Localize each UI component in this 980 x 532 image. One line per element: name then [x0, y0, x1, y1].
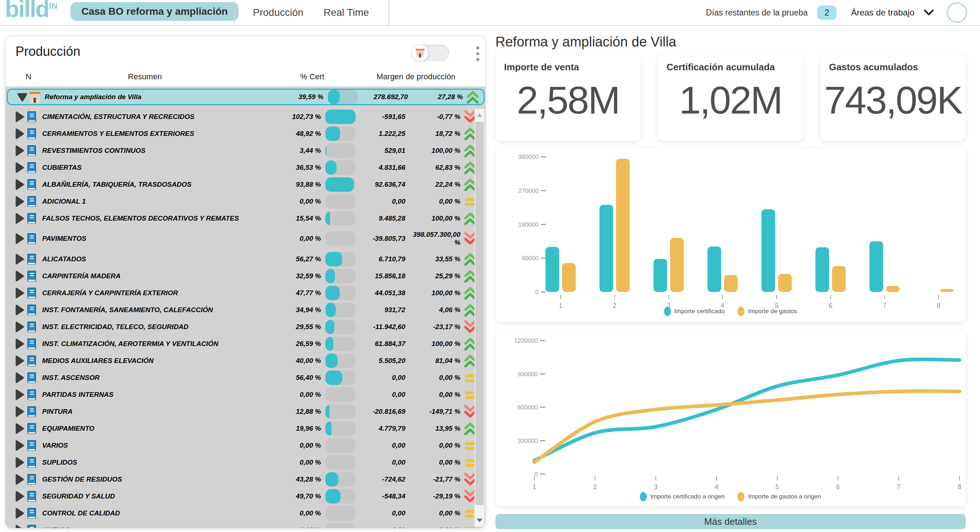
table-row[interactable]: PAVIMENTOS0,00 %-39.805,73398.057.300,00… — [5, 227, 486, 250]
table-scrollbar[interactable] — [474, 109, 485, 527]
tab-real-time[interactable]: Real Time — [323, 0, 369, 25]
table-row[interactable]: MEDIOS AUXILIARES ELEVACIÓN40,00 %5.505,… — [5, 352, 486, 369]
row-margin-percent: 0,00 % — [409, 374, 460, 382]
scroll-up-icon[interactable] — [474, 109, 485, 121]
table-row[interactable]: FALSOS TECHOS, ELEMENTOS DECORATIVOS Y R… — [5, 210, 486, 227]
book-icon — [26, 287, 38, 299]
row-expander[interactable] — [14, 406, 25, 417]
table-row[interactable]: ALICATADOS56,27 %6.710,7933,55 % — [5, 250, 486, 268]
book-icon — [26, 287, 37, 299]
row-expander[interactable] — [14, 304, 25, 316]
svg-text:1: 1 — [533, 483, 536, 491]
tab-produccion[interactable]: Producción — [253, 0, 303, 25]
svg-text:90000: 90000 — [522, 255, 539, 262]
project-title: Reforma y ampliación de Villa — [495, 34, 676, 50]
row-margin-percent: 0,00 % — [409, 509, 460, 517]
row-expander[interactable] — [14, 253, 25, 265]
monthly-bar-chart: 09000018000027000036000012345678 — [495, 148, 966, 322]
row-expander[interactable] — [17, 91, 27, 103]
table-row[interactable]: INST. ASCENSOR56,40 %0,000,00 % — [5, 369, 486, 386]
row-cert-percent: 0,00 % — [258, 235, 321, 242]
row-expander[interactable] — [14, 145, 25, 156]
table-row[interactable]: CIMENTACIÓN, ESTRUCTURA Y RECRECIDOS102,… — [5, 108, 486, 125]
row-margin-value: 0,00 — [344, 198, 405, 205]
row-expander[interactable] — [14, 524, 25, 529]
row-expander[interactable] — [14, 128, 25, 140]
row-margin-percent: -23,17 % — [409, 323, 460, 331]
table-row[interactable]: CONTROL DE CALIDAD0,00 %0,000,00 % — [5, 505, 486, 522]
row-expander[interactable] — [14, 233, 25, 244]
row-expander[interactable] — [14, 196, 25, 207]
table-row[interactable]: PARTIDAS INTERNAS0,00 %0,000,00 % — [5, 386, 486, 403]
table-row[interactable]: SEGURIDAD Y SALUD49,70 %-548,34-29,19 % — [5, 488, 486, 505]
row-expander[interactable] — [14, 355, 25, 366]
chevron-down-icon[interactable] — [924, 10, 934, 16]
expander-collapsed-icon — [14, 372, 25, 384]
row-cert-percent: 0,00 % — [258, 526, 321, 529]
book-icon — [26, 490, 38, 503]
table-row[interactable]: SUPLIDOS0,00 %0,000,00 % — [5, 454, 486, 471]
row-expander[interactable] — [14, 474, 25, 485]
row-margin-value: 529,01 — [344, 147, 405, 155]
table-row[interactable]: GESTIÓN DE RESIDUOS43,28 %-724,62-21,77 … — [5, 471, 486, 488]
table-row[interactable]: REVESTIMIENTOS CONTINUOS3,44 %529,01100,… — [5, 142, 486, 159]
table-row[interactable]: ALBAÑILERÍA, TABIQUERÍA, TRASDOSADOS93,8… — [5, 176, 486, 193]
table-row[interactable]: CERRAMIENTOS Y ELEMENTOS EXTERIORES48,92… — [5, 125, 486, 142]
row-expander[interactable] — [14, 321, 25, 333]
row-expander[interactable] — [14, 372, 25, 384]
row-expander[interactable] — [14, 162, 25, 174]
table-row[interactable]: CERRAJERÍA Y CARPINTERÍA EXTERIOR47,77 %… — [5, 284, 486, 301]
workspaces-dropdown[interactable]: Áreas de trabajo — [851, 8, 915, 18]
row-expander[interactable] — [14, 338, 25, 350]
table-row[interactable]: INST. FONTANERÍA, SANEAMIENTO, CALEFACCI… — [5, 301, 486, 318]
table-row[interactable]: CUBIERTAS36,53 %4.831,6662,83 % — [5, 159, 486, 176]
scroll-down-icon[interactable] — [474, 514, 485, 527]
row-margin-percent: 398.057.300,00 % — [409, 231, 460, 247]
table-row[interactable]: INST. CLIMATIZACIÓN, AEROTERMIA Y VENTIL… — [5, 335, 486, 352]
row-expander[interactable] — [14, 389, 25, 400]
row-expander[interactable] — [14, 508, 25, 519]
row-margin-value: 931,72 — [344, 306, 405, 314]
book-icon — [26, 354, 37, 367]
avatar[interactable] — [947, 3, 967, 23]
row-trend — [466, 90, 479, 104]
book-icon — [26, 473, 37, 486]
row-cert-percent: 15,54 % — [258, 215, 321, 222]
row-margin-value: 61.884,37 — [344, 340, 405, 348]
row-expander[interactable] — [14, 440, 25, 451]
book-icon — [26, 338, 37, 350]
book-icon — [26, 144, 37, 157]
row-expander[interactable] — [14, 491, 25, 502]
expander-collapsed-icon — [14, 321, 25, 333]
table-row[interactable]: ADICIONAL 10,00 %0,000,00 % — [5, 193, 486, 210]
row-expander[interactable] — [14, 457, 25, 468]
row-expander[interactable] — [14, 270, 25, 282]
more-details-button[interactable]: Más detalles — [495, 514, 966, 529]
table-row[interactable]: VARIOS0,00 %0,000,00 % — [5, 437, 486, 454]
table-row-project[interactable]: Reforma y ampliación de Villa39,59 %278.… — [7, 89, 485, 105]
svg-text:300000: 300000 — [517, 438, 538, 444]
expander-collapsed-icon — [14, 508, 25, 519]
toggle-knob[interactable] — [412, 45, 428, 61]
kebab-icon[interactable] — [473, 45, 483, 62]
row-cert-percent: 39,59 % — [260, 93, 323, 101]
row-expander[interactable] — [14, 111, 25, 123]
table-row[interactable]: CARPINTERÍA MADERA32,59 %15.856,1825,29 … — [5, 268, 486, 284]
project-selector-button[interactable]: Casa BO reforma y ampliación — [71, 2, 239, 21]
row-margin-percent: 0,00 % — [409, 198, 460, 205]
table-row[interactable]: INST. ELECTRICIDAD, TELECO, SEGURIDAD29,… — [5, 318, 486, 335]
row-expander[interactable] — [14, 213, 25, 224]
svg-text:180000: 180000 — [518, 221, 539, 228]
row-expander[interactable] — [14, 179, 25, 190]
table-row[interactable]: PINTURA12,88 %-20.816,69-149,71 % — [5, 403, 486, 420]
table-row[interactable]: NUEVAS0,00 %0,000,00 % — [5, 522, 486, 529]
row-expander[interactable] — [14, 423, 25, 434]
row-expander[interactable] — [14, 287, 25, 299]
scrollbar-thumb[interactable] — [475, 122, 484, 505]
view-toggle[interactable] — [412, 45, 449, 61]
expander-collapsed-icon — [14, 128, 25, 140]
book-icon — [26, 269, 37, 283]
row-margin-percent: 27,28 % — [412, 93, 463, 101]
row-margin-value: 6.710,79 — [344, 255, 405, 263]
table-row[interactable]: EQUIPAMIENTO19,96 %4.779,7913,95 % — [5, 420, 486, 437]
